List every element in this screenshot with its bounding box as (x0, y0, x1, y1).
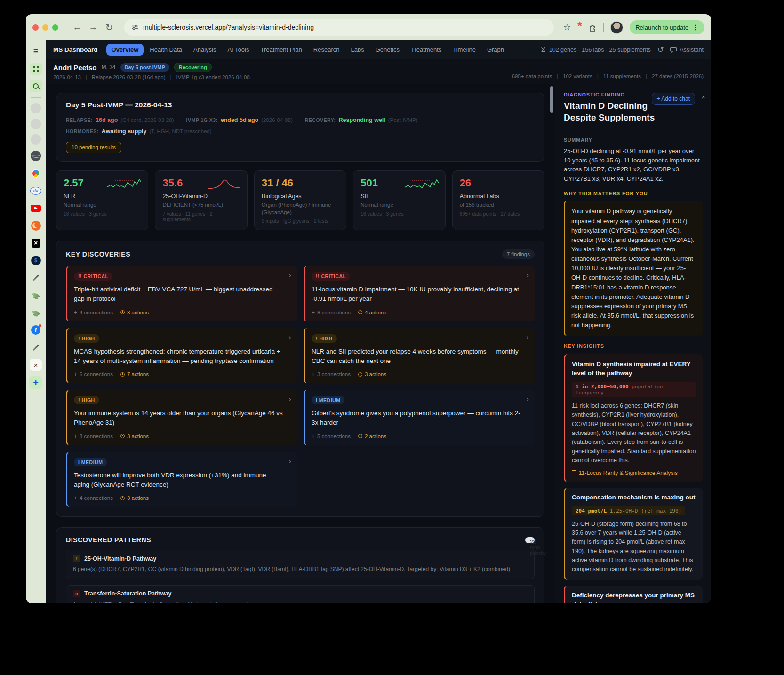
stat-card-abnormal-labs[interactable]: 26 Abnormal Labs of 156 tracked 695+ dat… (452, 170, 544, 230)
chevron-right-icon[interactable] (288, 333, 291, 342)
high-priority-badge: 22 high-priority (525, 537, 535, 543)
discovery-card[interactable]: !! CRITICAL 11-locus vitamin D impairmen… (304, 266, 535, 321)
insight-card[interactable]: Vitamin D synthesis impaired at EVERY le… (564, 354, 703, 482)
tab-favicon-placeholder[interactable] (31, 103, 41, 113)
divider (564, 130, 703, 130)
bookmark-star-icon[interactable] (563, 22, 571, 32)
close-panel-icon[interactable] (701, 93, 705, 101)
chevron-right-icon[interactable] (526, 394, 529, 404)
plant-leaf-icon[interactable] (32, 308, 40, 316)
globe-tab-icon[interactable] (31, 151, 41, 161)
relapse-value: 16d ago (96, 117, 118, 123)
relaunch-button[interactable]: Relaunch to update (630, 20, 704, 34)
pen-icon[interactable] (32, 344, 39, 350)
divider (603, 23, 604, 32)
stat-cards-row: 2.57 NLR Normal range 16 values · 3 gene… (56, 170, 544, 230)
chevron-right-icon[interactable] (288, 271, 291, 280)
tab-research[interactable]: Research (308, 44, 345, 56)
tab-favicon-placeholder[interactable] (31, 134, 41, 145)
discovery-card[interactable]: ! HIGH NLR and SII predicted your relaps… (304, 328, 535, 384)
discovery-card[interactable]: ! HIGH Your immune system is 14 years ol… (66, 390, 297, 445)
discovery-card[interactable]: ! HIGH MCAS hypothesis strengthened: chr… (66, 328, 297, 384)
summary-label: SUMMARY (564, 137, 703, 143)
tab-ai-tools[interactable]: AI Tools (222, 44, 254, 56)
extensions-puzzle-icon[interactable] (589, 24, 597, 32)
tab-favicon-placeholder[interactable] (31, 119, 41, 129)
browser-menu-icon[interactable] (692, 24, 699, 31)
chat-bubble-icon (670, 47, 677, 53)
chevron-right-icon[interactable] (526, 333, 529, 342)
chevron-right-icon[interactable] (526, 271, 529, 280)
x-twitter-icon[interactable] (32, 239, 40, 248)
pen-icon[interactable] (32, 274, 39, 281)
tab-labs[interactable]: Labs (345, 44, 369, 56)
summary-text: 25-OH-D declining at -0.91 nmol/L per ye… (564, 146, 703, 183)
clock-icon (358, 310, 362, 314)
hero-title: Day 5 Post-IVMP — 2026-04-13 (66, 101, 535, 109)
pattern-row[interactable]: !! Transferrin-Saturation Pathway 1 gene… (66, 585, 535, 603)
plant-leaf-icon[interactable] (32, 291, 40, 299)
back-icon[interactable]: ← (72, 22, 83, 32)
stat-card-biological-ages[interactable]: 31 / 46 Biological Ages Organ (PhenoAge)… (254, 170, 346, 230)
analysis-link[interactable]: 11-Locus Rarity & Significance Analysis (572, 470, 696, 476)
stat-card-nlr[interactable]: 2.57 NLR Normal range 16 values · 3 gene… (56, 170, 148, 230)
extension-burst-icon[interactable] (577, 23, 582, 32)
post-ivmp-status-card: Day 5 Post-IVMP — 2026-04-13 RELAPSE:16d… (56, 93, 544, 162)
new-tab-icon[interactable] (29, 376, 42, 389)
tab-overview[interactable]: Overview (106, 44, 144, 56)
pending-results-chip[interactable]: 10 pending results (66, 142, 121, 153)
tab-health-data[interactable]: Health Data (144, 44, 187, 56)
discovery-card[interactable]: !! CRITICAL Triple-hit antiviral deficit… (66, 266, 297, 321)
ita-logo-icon[interactable]: ita (30, 187, 41, 195)
add-to-chat-button[interactable]: + Add to chat (652, 93, 695, 105)
diagnostic-finding-panel: DIAGNOSTIC FINDING Vitamin D Declining D… (555, 84, 711, 603)
search-tabs-button[interactable] (30, 80, 42, 92)
reload-icon[interactable]: ↻ (104, 22, 115, 33)
sidebar-collapse-icon[interactable] (33, 47, 39, 56)
profile-avatar[interactable] (610, 21, 623, 34)
pattern-row[interactable]: ! 25-OH-Vitamin-D Pathway 6 gene(s) (DHC… (66, 550, 535, 579)
stat-card-vitamin-d[interactable]: 35.6 25-OH-Vitamin-D DEFICIENT (<75 nmol… (155, 170, 247, 230)
apps-grid-button[interactable] (30, 63, 42, 75)
patient-demographics: M, 34 (102, 64, 116, 71)
connections-icon (312, 433, 315, 440)
close-window-button[interactable] (32, 24, 39, 31)
why-text: Your vitamin D pathway is genetically im… (564, 201, 703, 336)
clock-icon (358, 434, 362, 438)
insight-card[interactable]: Compensation mechanism is maxing out 204… (564, 488, 703, 580)
address-bar[interactable]: multiple-sclerosis.vercel.app/?analysis=… (124, 19, 554, 36)
close-tab-icon[interactable] (30, 359, 42, 371)
data-summary: 695+ data points| 102 variants| 11 suppl… (512, 73, 704, 80)
site-settings-icon[interactable] (132, 24, 138, 31)
stat-card-sii[interactable]: 501 SII Normal range 16 values · 3 genes (353, 170, 445, 230)
minimize-window-button[interactable] (42, 24, 48, 31)
tab-treatments[interactable]: Treatments (406, 44, 447, 56)
youtube-icon[interactable] (31, 205, 41, 212)
tab-genetics[interactable]: Genetics (370, 44, 405, 56)
chevron-right-icon[interactable] (288, 457, 291, 466)
finance-coin-icon[interactable] (31, 256, 41, 265)
main-content[interactable]: Day 5 Post-IVMP — 2026-04-13 RELAPSE:16d… (46, 84, 555, 603)
ivmp-value: ended 5d ago (221, 117, 259, 123)
tab-graph[interactable]: Graph (482, 44, 509, 56)
clock-icon (120, 372, 125, 377)
zoom-window-button[interactable] (52, 24, 58, 31)
browser-chrome: ← → ↻ multiple-sclerosis.vercel.app/?ana… (26, 14, 711, 40)
tab-timeline[interactable]: Timeline (448, 44, 481, 56)
discovery-card[interactable]: I MEDIUM Gilbert's syndrome gives you a … (304, 390, 535, 445)
maps-pin-icon[interactable] (31, 168, 41, 179)
orange-browser-icon[interactable] (31, 221, 41, 231)
tab-analysis[interactable]: Analysis (188, 44, 221, 56)
discovery-card[interactable]: I MEDIUM Testosterone will improve both … (66, 452, 297, 507)
insight-card[interactable]: Deficiency derepresses your primary MS r… (564, 586, 703, 603)
assistant-button[interactable]: Assistant (670, 47, 704, 53)
key-discoveries-panel: KEY DISCOVERIES 7 findings !! CRITICAL T… (56, 241, 544, 517)
dna-icon (540, 47, 546, 53)
chevron-right-icon[interactable] (288, 394, 291, 404)
refresh-data-icon[interactable] (657, 45, 664, 54)
key-insights-label: KEY INSIGHTS (564, 343, 703, 349)
scrollbar-thumb[interactable] (550, 86, 553, 112)
forward-icon[interactable]: → (88, 22, 99, 32)
tab-treatment-plan[interactable]: Treatment Plan (255, 44, 307, 56)
facebook-icon[interactable]: f (31, 325, 40, 335)
